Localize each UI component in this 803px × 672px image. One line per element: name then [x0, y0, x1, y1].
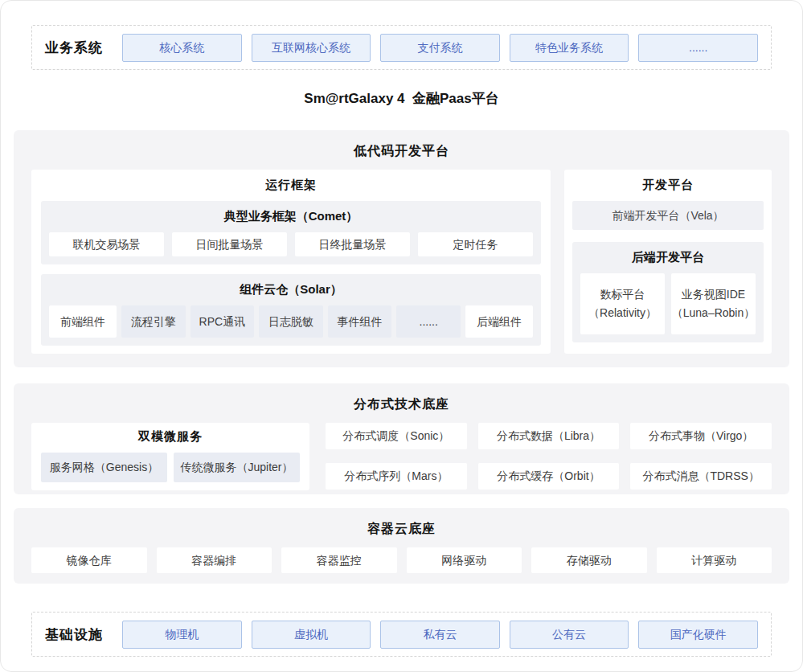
business-systems-label: 业务系统	[45, 39, 122, 57]
vela-frontend-dev-platform: 前端开发平台（Vela）	[572, 201, 764, 230]
solar-title: 组件云仓（Solar）	[49, 279, 533, 305]
backend-dev-title: 后端开发平台	[580, 247, 756, 273]
distributed-title: 分布式技术底座	[31, 393, 772, 423]
container-cloud-section: 容器云底座 镜像仓库 容器编排 容器监控 网络驱动 存储驱动 计算驱动	[14, 508, 789, 584]
solar-chip-log-masking: 日志脱敏	[259, 305, 323, 338]
dev-platform-title: 开发平台	[572, 170, 764, 201]
business-systems-row: 业务系统 核心系统 互联网核心系统 支付系统 特色业务系统 ......	[31, 25, 772, 70]
solar-chip-more: ......	[396, 305, 461, 338]
business-item-payment: 支付系统	[380, 34, 500, 62]
distributed-item-mars: 分布式序列（Mars）	[326, 463, 467, 490]
business-item-more: ......	[638, 34, 758, 62]
runtime-title: 运行框架	[41, 170, 541, 201]
distributed-item-sonic: 分布式调度（Sonic）	[326, 423, 467, 449]
infrastructure-boxes: 物理机 虚拟机 私有云 公有云 国产化硬件	[122, 621, 758, 649]
lowcode-section: 低代码开发平台 运行框架 典型业务框架（Comet） 联机交易场景 日间批量场景…	[14, 130, 789, 367]
distributed-section: 分布式技术底座 双模微服务 服务网格（Genesis） 传统微服务（Jupite…	[14, 383, 789, 494]
infrastructure-label: 基础设施	[45, 625, 122, 644]
backend-item-luna-robin: 业务视图IDE （Luna–Robin）	[671, 273, 756, 334]
business-item-internet-core: 互联网核心系统	[252, 34, 371, 62]
dualmode-card: 双模微服务 服务网格（Genesis） 传统微服务（Jupiter）	[31, 423, 309, 490]
container-item-monitoring: 容器监控	[281, 547, 397, 573]
infra-item-physical-machine: 物理机	[122, 621, 242, 649]
comet-subsection: 典型业务框架（Comet） 联机交易场景 日间批量场景 日终批量场景 定时任务	[41, 201, 541, 264]
business-systems-boxes: 核心系统 互联网核心系统 支付系统 特色业务系统 ......	[122, 34, 758, 62]
solar-item-frontend-components: 前端组件	[49, 305, 117, 338]
container-item-network-driver: 网络驱动	[407, 547, 522, 573]
comet-item-eod-batch: 日终批量场景	[295, 232, 410, 256]
infra-item-public-cloud: 公有云	[510, 621, 629, 649]
comet-title: 典型业务框架（Comet）	[49, 206, 533, 232]
backend-dev-items: 数标平台 （Relativity） 业务视图IDE （Luna–Robin）	[580, 273, 756, 334]
solar-item-backend-components: 后端组件	[465, 305, 533, 338]
comet-item-intraday-batch: 日间批量场景	[172, 232, 287, 256]
backend-item-relativity: 数标平台 （Relativity）	[580, 273, 665, 334]
container-item-orchestration: 容器编排	[157, 547, 272, 573]
platform-title: Sm@rtGalaxy 4 金融Paas平台	[1, 89, 802, 110]
container-item-compute-driver: 计算驱动	[657, 547, 772, 573]
container-cloud-title: 容器云底座	[31, 518, 772, 547]
solar-chip-rpc: RPC通讯	[191, 305, 255, 338]
distributed-item-orbit: 分布式缓存（Orbit）	[478, 463, 620, 490]
dev-platform-card: 开发平台 前端开发平台（Vela） 后端开发平台 数标平台 （Relativit…	[564, 170, 772, 354]
distributed-item-tdrss: 分布式消息（TDRSS）	[630, 463, 772, 490]
distributed-grid: 分布式调度（Sonic） 分布式数据（Libra） 分布式事物（Virgo） 分…	[326, 423, 772, 490]
dualmode-items: 服务网格（Genesis） 传统微服务（Jupiter）	[41, 453, 300, 482]
architecture-diagram: 业务系统 核心系统 互联网核心系统 支付系统 特色业务系统 ...... Sm@…	[0, 0, 803, 672]
infra-item-virtual-machine: 虚拟机	[252, 621, 371, 649]
container-item-storage-driver: 存储驱动	[531, 547, 647, 573]
comet-items: 联机交易场景 日间批量场景 日终批量场景 定时任务	[49, 232, 533, 256]
runtime-card: 运行框架 典型业务框架（Comet） 联机交易场景 日间批量场景 日终批量场景 …	[31, 170, 551, 354]
infra-item-private-cloud: 私有云	[380, 621, 500, 649]
backend-dev-subsection: 后端开发平台 数标平台 （Relativity） 业务视图IDE （Luna–R…	[572, 242, 764, 342]
container-item-image-registry: 镜像仓库	[31, 547, 147, 573]
business-item-core: 核心系统	[122, 34, 242, 62]
solar-items: 前端组件 流程引擎 RPC通讯 日志脱敏 事件组件 ...... 后端组件	[49, 305, 533, 338]
dualmode-title: 双模微服务	[41, 423, 300, 453]
solar-chip-event-components: 事件组件	[328, 305, 392, 338]
container-cloud-items: 镜像仓库 容器编排 容器监控 网络驱动 存储驱动 计算驱动	[31, 547, 772, 573]
infrastructure-row: 基础设施 物理机 虚拟机 私有云 公有云 国产化硬件	[31, 612, 772, 657]
solar-subsection: 组件云仓（Solar） 前端组件 流程引擎 RPC通讯 日志脱敏 事件组件 ..…	[41, 274, 541, 346]
dualmode-item-genesis: 服务网格（Genesis）	[41, 453, 167, 482]
distributed-body: 双模微服务 服务网格（Genesis） 传统微服务（Jupiter） 分布式调度…	[31, 423, 772, 490]
business-item-special: 特色业务系统	[510, 34, 629, 62]
infra-item-domestic-hardware: 国产化硬件	[638, 621, 758, 649]
lowcode-title: 低代码开发平台	[31, 140, 772, 170]
distributed-item-virgo: 分布式事物（Virgo）	[630, 423, 772, 449]
distributed-item-libra: 分布式数据（Libra）	[478, 423, 620, 449]
lowcode-body: 运行框架 典型业务框架（Comet） 联机交易场景 日间批量场景 日终批量场景 …	[31, 170, 772, 354]
solar-chip-process-engine: 流程引擎	[121, 305, 186, 338]
comet-item-scheduled-task: 定时任务	[418, 232, 533, 256]
dualmode-item-jupiter: 传统微服务（Jupiter）	[174, 453, 300, 482]
comet-item-online-trade: 联机交易场景	[49, 232, 164, 256]
